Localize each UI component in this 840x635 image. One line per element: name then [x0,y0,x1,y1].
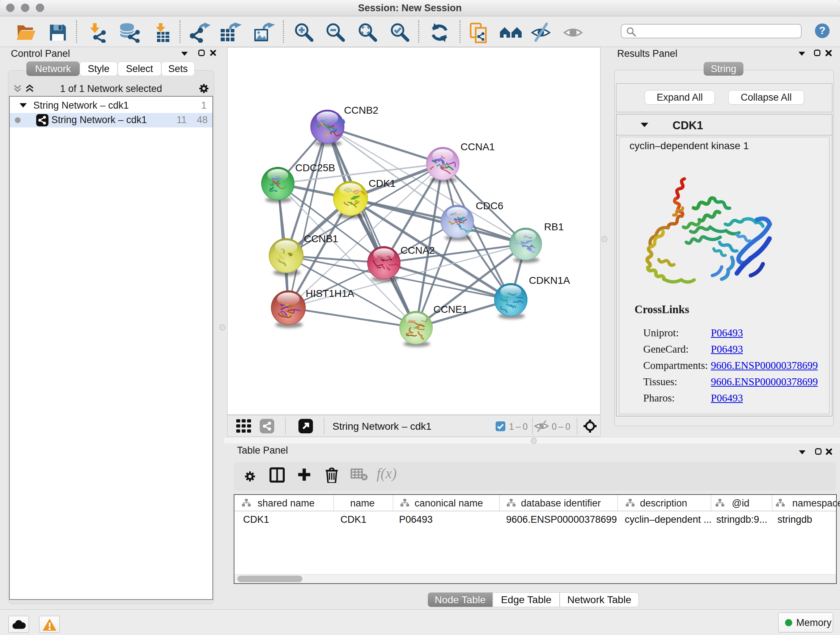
svg-text:CDKN1A: CDKN1A [529,275,570,286]
svg-text:CCNB2: CCNB2 [344,105,378,116]
svg-text:CDK1: CDK1 [369,178,396,189]
svg-text:CCNA2: CCNA2 [401,245,435,256]
svg-text:HIST1H1A: HIST1H1A [306,288,354,299]
svg-text:RB1: RB1 [544,221,564,233]
svg-text:?: ? [819,24,826,36]
svg-text:CCNE1: CCNE1 [433,304,468,315]
svg-text:CDC25B: CDC25B [295,162,335,173]
svg-text:CCNA1: CCNA1 [461,141,495,152]
svg-text:CDC6: CDC6 [476,200,503,211]
svg-text:CCNB1: CCNB1 [304,233,338,244]
